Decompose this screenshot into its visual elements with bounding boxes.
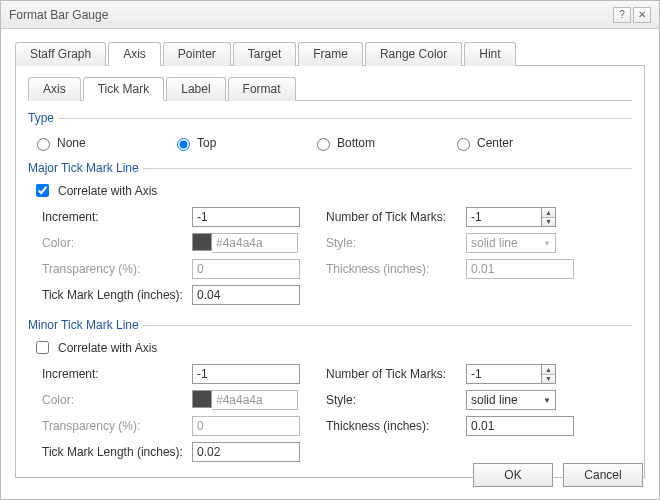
minor-transparency-label: Transparency (%):: [42, 419, 192, 433]
major-section-label: Major Tick Mark Line: [28, 161, 632, 175]
tab-label[interactable]: Label: [166, 77, 225, 101]
close-button[interactable]: ✕: [633, 7, 651, 23]
tab-axis-sub[interactable]: Axis: [28, 77, 81, 101]
radio-bottom[interactable]: Bottom: [312, 135, 452, 151]
tab-range-color[interactable]: Range Color: [365, 42, 462, 66]
window-controls: ? ✕: [613, 7, 651, 23]
chevron-down-icon: ▼: [543, 396, 551, 405]
minor-thickness-input[interactable]: [466, 416, 574, 436]
minor-numticks-input[interactable]: [466, 364, 542, 384]
major-color-input: [212, 233, 298, 253]
ok-button[interactable]: OK: [473, 463, 553, 487]
radio-top[interactable]: Top: [172, 135, 312, 151]
minor-thickness-label: Thickness (inches):: [326, 419, 466, 433]
chevron-down-icon: ▼: [543, 239, 551, 248]
major-ticklength-label: Tick Mark Length (inches):: [42, 288, 192, 302]
tab-hint[interactable]: Hint: [464, 42, 515, 66]
tab-staff-graph[interactable]: Staff Graph: [15, 42, 106, 66]
spin-up-icon[interactable]: ▲: [542, 208, 555, 218]
minor-color-input: [212, 390, 298, 410]
minor-color-label: Color:: [42, 393, 192, 407]
minor-increment-input[interactable]: [192, 364, 300, 384]
minor-numticks-spinner[interactable]: ▲▼: [542, 364, 556, 384]
minor-transparency-input: [192, 416, 300, 436]
radio-none[interactable]: None: [32, 135, 172, 151]
major-increment-input[interactable]: [192, 207, 300, 227]
major-thickness-label: Thickness (inches):: [326, 262, 466, 276]
tab-frame[interactable]: Frame: [298, 42, 363, 66]
radio-bottom-input[interactable]: [317, 138, 330, 151]
axis-panel: Axis Tick Mark Label Format Type None To…: [15, 66, 645, 478]
major-ticklength-input[interactable]: [192, 285, 300, 305]
radio-center[interactable]: Center: [452, 135, 592, 151]
major-numticks-spinner[interactable]: ▲▼: [542, 207, 556, 227]
major-color-chip: [192, 233, 212, 251]
minor-style-label: Style:: [326, 393, 466, 407]
major-transparency-input: [192, 259, 300, 279]
type-radio-group: None Top Bottom Center: [28, 129, 632, 155]
spin-up-icon[interactable]: ▲: [542, 365, 555, 375]
major-style-select: solid line ▼: [466, 233, 556, 253]
tab-format[interactable]: Format: [228, 77, 296, 101]
minor-correlate-label: Correlate with Axis: [58, 341, 157, 355]
spin-down-icon[interactable]: ▼: [542, 375, 555, 384]
major-correlate-checkbox[interactable]: [36, 184, 49, 197]
cancel-button[interactable]: Cancel: [563, 463, 643, 487]
radio-center-input[interactable]: [457, 138, 470, 151]
tab-axis[interactable]: Axis: [108, 42, 161, 66]
major-color-label: Color:: [42, 236, 192, 250]
dialog-footer: OK Cancel: [473, 463, 643, 487]
minor-increment-label: Increment:: [42, 367, 192, 381]
radio-top-input[interactable]: [177, 138, 190, 151]
major-transparency-label: Transparency (%):: [42, 262, 192, 276]
outer-tabs: Staff Graph Axis Pointer Target Frame Ra…: [15, 41, 645, 66]
minor-correlate-checkbox[interactable]: [36, 341, 49, 354]
radio-none-input[interactable]: [37, 138, 50, 151]
titlebar: Format Bar Gauge ? ✕: [1, 1, 659, 29]
minor-ticklength-label: Tick Mark Length (inches):: [42, 445, 192, 459]
inner-tabs: Axis Tick Mark Label Format: [28, 76, 632, 101]
minor-section-label: Minor Tick Mark Line: [28, 318, 632, 332]
format-bar-gauge-dialog: Format Bar Gauge ? ✕ Staff Graph Axis Po…: [0, 0, 660, 500]
major-correlate-label: Correlate with Axis: [58, 184, 157, 198]
tab-target[interactable]: Target: [233, 42, 296, 66]
major-thickness-input: [466, 259, 574, 279]
major-numticks-label: Number of Tick Marks:: [326, 210, 466, 224]
minor-color-chip: [192, 390, 212, 408]
major-style-label: Style:: [326, 236, 466, 250]
major-numticks-input[interactable]: [466, 207, 542, 227]
tab-pointer[interactable]: Pointer: [163, 42, 231, 66]
tab-tick-mark[interactable]: Tick Mark: [83, 77, 165, 101]
minor-style-select[interactable]: solid line ▼: [466, 390, 556, 410]
major-increment-label: Increment:: [42, 210, 192, 224]
type-section-label: Type: [28, 111, 632, 125]
dialog-title: Format Bar Gauge: [9, 8, 108, 22]
spin-down-icon[interactable]: ▼: [542, 218, 555, 227]
minor-numticks-label: Number of Tick Marks:: [326, 367, 466, 381]
help-button[interactable]: ?: [613, 7, 631, 23]
minor-ticklength-input[interactable]: [192, 442, 300, 462]
